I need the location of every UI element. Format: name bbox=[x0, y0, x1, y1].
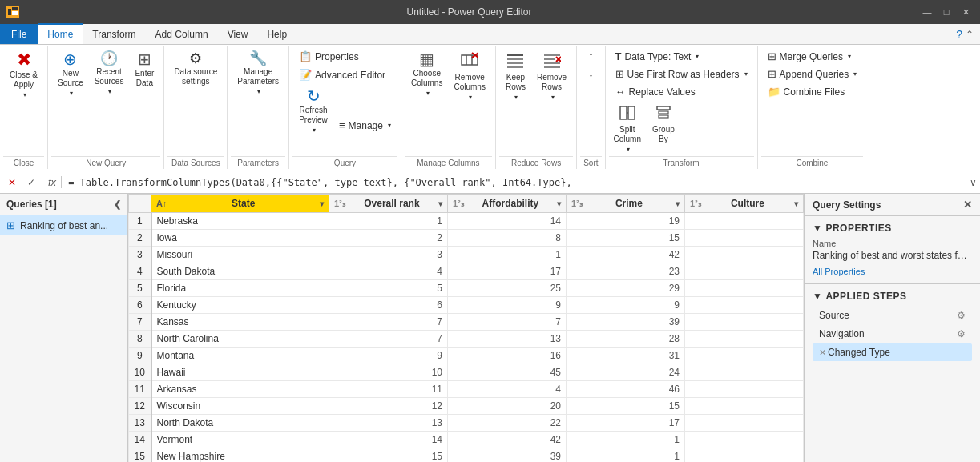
applied-steps-expand-icon[interactable]: ▼ bbox=[813, 291, 822, 302]
combine-files-button[interactable]: 📁 Combine Files bbox=[763, 83, 850, 100]
merge-queries-button[interactable]: ⊞ Merge Queries ▾ bbox=[763, 48, 856, 65]
query-item-ranking[interactable]: ⊞ Ranking of best an... bbox=[0, 215, 127, 235]
choose-columns-dropdown[interactable]: ▾ bbox=[426, 90, 430, 97]
keep-rows-dropdown[interactable]: ▾ bbox=[514, 94, 518, 101]
col-header-crime[interactable]: 1²₃ Crime ▾ bbox=[567, 195, 685, 213]
use-first-row-dropdown[interactable]: ▾ bbox=[744, 70, 748, 78]
state-cell: Hawaii bbox=[151, 364, 329, 381]
choose-columns-button[interactable]: ▦ ChooseColumns ▾ bbox=[406, 48, 447, 100]
overall-cell: 9 bbox=[329, 348, 448, 364]
close-apply-dropdown[interactable]: ▾ bbox=[23, 91, 26, 98]
queries-panel-collapse[interactable]: ❮ bbox=[114, 199, 121, 210]
tab-view[interactable]: View bbox=[218, 24, 258, 44]
enter-data-button[interactable]: ⊞ EnterData bbox=[130, 48, 159, 91]
close-window-button[interactable]: ✕ bbox=[958, 4, 974, 20]
remove-rows-dropdown[interactable]: ▾ bbox=[551, 94, 555, 101]
col-header-culture[interactable]: 1²₃ Culture ▾ bbox=[685, 195, 804, 213]
svg-rect-4 bbox=[462, 55, 478, 65]
formula-expand-button[interactable]: ∨ bbox=[970, 177, 977, 188]
remove-columns-dropdown[interactable]: ▾ bbox=[469, 94, 472, 101]
manage-parameters-button[interactable]: 🔧 ManageParameters ▾ bbox=[232, 48, 284, 98]
query-group: 📋 Properties 📝 Advanced Editor ↻ Refresh… bbox=[289, 46, 401, 169]
table-row: 14Vermont14421 bbox=[129, 432, 804, 448]
row-number-cell: 4 bbox=[129, 263, 151, 280]
manage-button[interactable]: ≡ Manage ▾ bbox=[334, 117, 396, 134]
new-source-dropdown[interactable]: ▾ bbox=[70, 90, 73, 97]
table-row: 15New Hampshire15391 bbox=[129, 448, 804, 463]
group-by-button[interactable]: GroupBy bbox=[647, 102, 680, 156]
all-properties-link[interactable]: All Properties bbox=[813, 267, 865, 276]
data-type-dropdown[interactable]: ▾ bbox=[696, 53, 699, 60]
tab-add-column[interactable]: Add Column bbox=[146, 24, 218, 44]
affordability-cell: 42 bbox=[448, 432, 567, 448]
append-queries-button[interactable]: ⊞ Append Queries ▾ bbox=[763, 66, 862, 82]
data-area: A↑ State ▾ 1²₃ Overall rank ▾ bbox=[128, 194, 804, 462]
window-up-icon[interactable]: ⌃ bbox=[966, 29, 974, 40]
enter-data-icon: ⊞ bbox=[138, 51, 151, 67]
formula-confirm-button[interactable]: ✓ bbox=[22, 174, 40, 191]
keep-rows-button[interactable]: KeepRows ▾ bbox=[501, 48, 530, 104]
remove-rows-button[interactable]: RemoveRows ▾ bbox=[532, 48, 571, 104]
step-item-source[interactable]: Source⚙ bbox=[813, 307, 972, 324]
overall-cell: 10 bbox=[329, 364, 448, 381]
replace-values-button[interactable]: ↔ Replace Values bbox=[611, 83, 700, 100]
step-item-navigation[interactable]: Navigation⚙ bbox=[813, 325, 972, 343]
close-apply-button[interactable]: ✖ Close &Apply ▾ bbox=[5, 48, 42, 102]
manage-icon: ≡ bbox=[339, 119, 345, 131]
formula-input[interactable] bbox=[68, 177, 966, 188]
split-column-button[interactable]: SplitColumn ▾ bbox=[609, 102, 646, 156]
merge-queries-dropdown[interactable]: ▾ bbox=[848, 53, 851, 60]
tab-help[interactable]: Help bbox=[257, 24, 296, 44]
sort-asc-button[interactable]: ↑ bbox=[583, 48, 598, 64]
help-icon[interactable]: ? bbox=[956, 28, 962, 41]
step-x-button[interactable]: ✕ bbox=[819, 348, 826, 358]
tab-home[interactable]: Home bbox=[38, 23, 83, 44]
maximize-button[interactable]: □ bbox=[938, 4, 954, 20]
col-filter-affordability[interactable]: ▾ bbox=[557, 199, 561, 208]
split-column-dropdown[interactable]: ▾ bbox=[627, 146, 630, 153]
manage-dropdown[interactable]: ▾ bbox=[388, 122, 391, 129]
help-area: ? ⌃ bbox=[956, 24, 980, 44]
advanced-editor-button[interactable]: 📝 Advanced Editor bbox=[294, 66, 390, 83]
row-number-cell: 12 bbox=[129, 398, 151, 415]
minimize-button[interactable]: — bbox=[919, 4, 935, 20]
append-queries-dropdown[interactable]: ▾ bbox=[853, 70, 857, 78]
data-type-button[interactable]: T Data Type: Text ▾ bbox=[611, 48, 704, 65]
col-filter-state[interactable]: ▾ bbox=[320, 199, 324, 208]
formula-cancel-button[interactable]: ✕ bbox=[3, 174, 21, 191]
overall-cell: 14 bbox=[329, 432, 448, 448]
tab-transform[interactable]: Transform bbox=[83, 24, 145, 44]
crime-cell: 39 bbox=[567, 314, 685, 331]
tab-file[interactable]: File bbox=[0, 24, 38, 44]
refresh-preview-button[interactable]: ↻ RefreshPreview ▾ bbox=[294, 85, 333, 137]
svg-rect-24 bbox=[659, 115, 668, 118]
manage-parameters-dropdown[interactable]: ▾ bbox=[257, 88, 260, 95]
table-row: 6Kentucky699 bbox=[129, 297, 804, 314]
col-filter-crime[interactable]: ▾ bbox=[676, 199, 680, 208]
remove-columns-button[interactable]: RemoveColumns ▾ bbox=[449, 48, 490, 104]
combine-files-icon: 📁 bbox=[768, 86, 780, 98]
col-header-state[interactable]: A↑ State ▾ bbox=[151, 195, 329, 213]
query-settings-close[interactable]: ✕ bbox=[963, 199, 972, 211]
properties-expand-icon[interactable]: ▼ bbox=[813, 223, 822, 234]
keep-rows-icon bbox=[506, 51, 524, 71]
grid-container[interactable]: A↑ State ▾ 1²₃ Overall rank ▾ bbox=[128, 194, 804, 462]
step-item-changed-type[interactable]: ✕Changed Type bbox=[813, 343, 972, 361]
recent-sources-dropdown[interactable]: ▾ bbox=[108, 88, 111, 95]
col-filter-overall[interactable]: ▾ bbox=[438, 199, 442, 208]
col-filter-culture[interactable]: ▾ bbox=[794, 199, 798, 208]
step-gear-icon[interactable]: ⚙ bbox=[957, 328, 966, 339]
new-source-button[interactable]: ⊕ NewSource ▾ bbox=[53, 48, 88, 100]
sort-desc-button[interactable]: ↓ bbox=[583, 66, 598, 82]
recent-sources-button[interactable]: 🕐 RecentSources ▾ bbox=[90, 48, 129, 98]
properties-button[interactable]: 📋 Properties bbox=[294, 48, 364, 65]
refresh-preview-dropdown[interactable]: ▾ bbox=[313, 127, 316, 134]
col-header-overall-rank[interactable]: 1²₃ Overall rank ▾ bbox=[329, 195, 448, 213]
svg-rect-12 bbox=[507, 66, 523, 68]
col-header-affordability[interactable]: 1²₃ Affordability ▾ bbox=[448, 195, 567, 213]
step-gear-icon[interactable]: ⚙ bbox=[957, 310, 966, 321]
use-first-row-button[interactable]: ⊞ Use First Row as Headers ▾ bbox=[611, 66, 752, 82]
state-cell: Montana bbox=[151, 348, 329, 364]
data-source-settings-button[interactable]: ⚙ Data sourcesettings bbox=[169, 48, 222, 90]
crime-cell: 1 bbox=[567, 432, 685, 448]
